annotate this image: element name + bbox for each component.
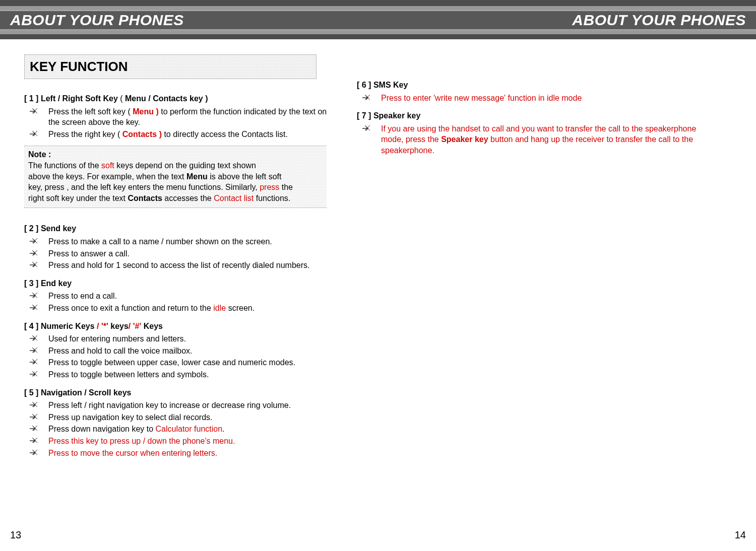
text: / '#' xyxy=(129,322,141,330)
item2-b1: Press to make a call to a name / number … xyxy=(24,236,337,247)
note-title: Note : xyxy=(28,149,323,160)
page-number-right: 14 xyxy=(735,529,746,541)
item5-list: Press left / right navigation key to inc… xyxy=(24,400,337,458)
arrow-icon xyxy=(29,438,37,444)
arrow-icon xyxy=(29,414,37,420)
note-line3: key, press , and the left key enters the… xyxy=(28,182,323,193)
page-number-left: 13 xyxy=(10,529,21,541)
item7-b1: If you are using the handset to call and… xyxy=(357,123,710,156)
item3-b2: Press once to exit a function and return… xyxy=(24,303,337,314)
arrow-icon xyxy=(29,131,37,137)
arrow-icon xyxy=(29,262,37,268)
arrow-icon xyxy=(29,293,37,299)
item4-b2: Press and hold to call the voice mailbox… xyxy=(24,346,337,357)
left-column: KEY FUNCTION [ 1 ] Left / Right Soft Key… xyxy=(24,54,337,459)
item1-num: [ 1 ] xyxy=(24,94,41,103)
text: Contact list xyxy=(214,194,254,202)
arrow-icon xyxy=(29,335,37,341)
item1-b1: Press the left soft key ( Menu ) to perf… xyxy=(24,106,337,128)
item7-b1-text: If you are using the handset to call and… xyxy=(381,124,696,155)
arrow-icon xyxy=(29,348,37,354)
text: ( xyxy=(117,130,122,139)
text: keys depend on the guiding text shown xyxy=(114,161,256,170)
text: Press to end a call. xyxy=(48,292,117,300)
section-title: KEY FUNCTION xyxy=(24,54,317,79)
item5-b2: Press up navigation key to select dial r… xyxy=(24,412,337,423)
text: to directly access the Contacts list. xyxy=(162,130,288,139)
arrow-icon xyxy=(362,95,370,101)
note-line4: right soft key under the text Contacts a… xyxy=(28,193,323,204)
text: / '*' xyxy=(97,322,108,330)
item3-heading: [ 3 ] End key xyxy=(24,278,337,289)
right-column: [ 6 ] SMS Key Press to enter 'write new … xyxy=(357,54,710,459)
text: Press the right key xyxy=(48,130,117,139)
item2-list: Press to make a call to a name / number … xyxy=(24,236,337,271)
text: Press and hold to call the voice mailbox… xyxy=(48,347,192,355)
arrow-icon xyxy=(29,426,37,432)
sub-stripe xyxy=(0,34,756,39)
header-band: ABOUT YOUR PHONES ABOUT YOUR PHONES xyxy=(0,6,756,34)
text: Press this key to press up / down the ph… xyxy=(48,437,235,445)
page-body: KEY FUNCTION [ 1 ] Left / Right Soft Key… xyxy=(0,39,756,464)
item5-b5: Press to move the cursor when entering l… xyxy=(24,448,337,459)
text: Press and hold for 1 second to access th… xyxy=(48,261,310,269)
item4-heading: [ 4 ] Numeric Keys / '*' keys/ '#' Keys xyxy=(24,321,337,332)
text: right soft key under the text xyxy=(28,194,128,202)
text: accesses the xyxy=(162,194,214,202)
text: Contacts xyxy=(128,194,162,202)
text: Press to toggle between upper case, lowe… xyxy=(48,358,295,367)
text: keys xyxy=(108,322,129,330)
text: functions. xyxy=(254,194,290,202)
item1-heading: [ 1 ] Left / Right Soft Key ( Menu / Con… xyxy=(24,93,337,104)
item3-b1: Press to end a call. xyxy=(24,291,337,302)
text: soft xyxy=(101,161,114,170)
arrow-icon xyxy=(29,305,37,311)
note-line1: The functions of the soft keys depend on… xyxy=(28,160,323,171)
item7-list: If you are using the handset to call and… xyxy=(357,123,710,156)
arrow-icon xyxy=(29,450,37,456)
item1-b2: Press the right key ( Contacts ) to dire… xyxy=(24,129,337,140)
header-title-right: ABOUT YOUR PHONES xyxy=(572,12,746,29)
text: . xyxy=(222,425,224,433)
text: Press to toggle between letters and symb… xyxy=(48,370,209,379)
item2-b2: Press to answer a call. xyxy=(24,248,337,259)
text: Speaker key xyxy=(441,135,488,144)
item5-b4: Press this key to press up / down the ph… xyxy=(24,436,337,447)
text: Used for entering numbers and letters. xyxy=(48,334,186,343)
item1-main: Left / Right Soft Key xyxy=(41,94,118,103)
arrow-icon xyxy=(29,108,37,114)
item4-b3: Press to toggle between upper case, lowe… xyxy=(24,357,337,368)
arrow-icon xyxy=(29,238,37,244)
text: Press to answer a call. xyxy=(48,249,130,258)
item5-b3: Press down navigation key to Calculator … xyxy=(24,424,337,435)
text: screen. xyxy=(226,304,255,312)
arrow-icon xyxy=(29,359,37,365)
text: key, press , and the left key enters the… xyxy=(28,183,260,191)
item1-list: Press the left soft key ( Menu ) to perf… xyxy=(24,106,337,140)
item1-paren: ( Menu / Contacts key ) xyxy=(120,94,208,103)
item6-list: Press to enter 'write new message' funct… xyxy=(357,93,710,104)
arrow-icon xyxy=(29,402,37,408)
text: Press to move the cursor when entering l… xyxy=(48,449,217,457)
text: Menu ) xyxy=(133,107,159,116)
text: Press to make a call to a name / number … xyxy=(48,237,272,246)
arrow-icon xyxy=(362,125,370,131)
item4-b1: Used for entering numbers and letters. xyxy=(24,333,337,345)
item6-heading: [ 6 ] SMS Key xyxy=(357,80,710,91)
item2-b3: Press and hold for 1 second to access th… xyxy=(24,260,337,271)
note-line2: above the keys. For example, when the te… xyxy=(28,171,323,182)
item7-heading: [ 7 ] Speaker key xyxy=(357,110,710,121)
text: Press once to exit a function and return… xyxy=(48,304,213,312)
item1-paren-label: Menu / Contacts key ) xyxy=(125,94,208,103)
text: idle xyxy=(213,304,226,312)
text: Press down navigation key to xyxy=(48,425,156,433)
text: above the keys. For example, when the te… xyxy=(28,172,186,181)
text: Menu xyxy=(186,172,208,181)
item1-paren-open: ( xyxy=(120,94,125,103)
text: the xyxy=(279,183,293,191)
text: Calculator function xyxy=(156,425,223,433)
text: Press the left soft key xyxy=(48,107,128,116)
item5-heading: [ 5 ] Navigation / Scroll keys xyxy=(24,387,337,398)
text: Press up navigation key to select dial r… xyxy=(48,413,213,422)
text: press xyxy=(260,183,279,191)
